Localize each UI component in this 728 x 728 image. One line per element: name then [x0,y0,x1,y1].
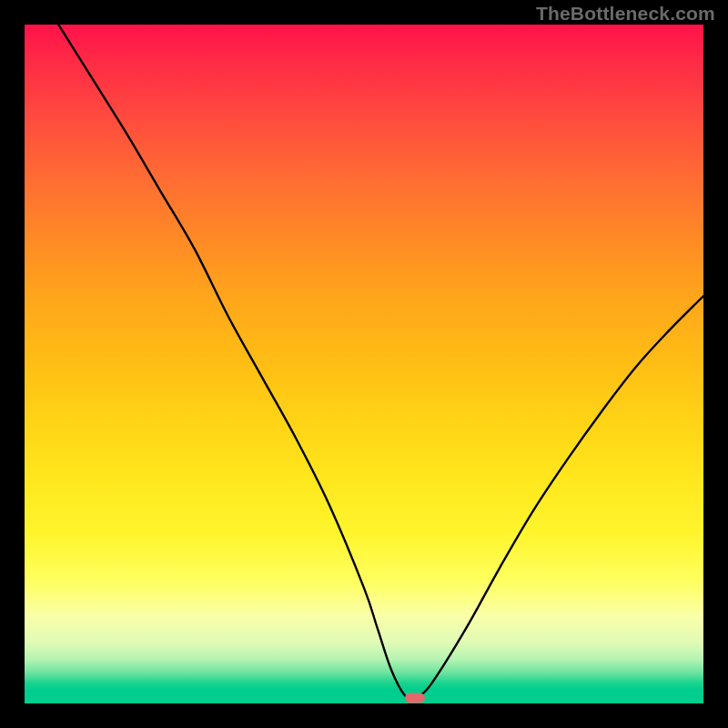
bottleneck-curve [25,25,703,703]
watermark-label: TheBottleneck.com [536,3,715,25]
chart-frame: TheBottleneck.com [0,0,728,728]
optimal-point-marker [405,693,425,703]
plot-area [25,25,703,703]
